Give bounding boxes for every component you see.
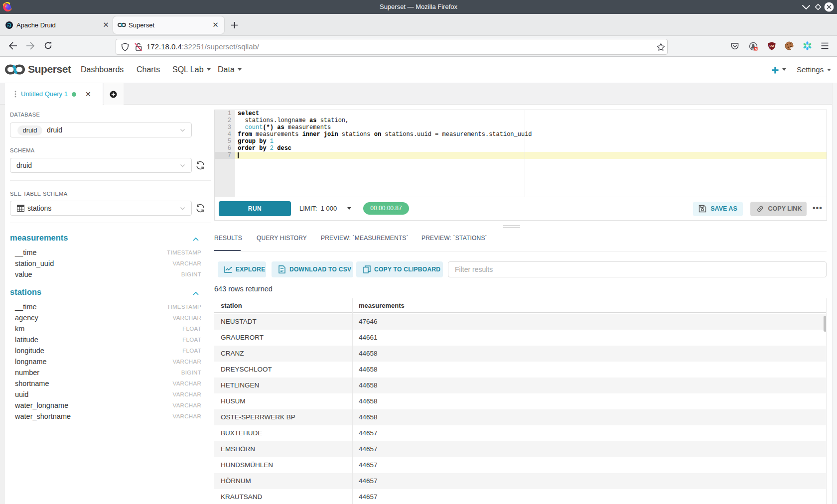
svg-text:UO: UO bbox=[770, 44, 774, 47]
